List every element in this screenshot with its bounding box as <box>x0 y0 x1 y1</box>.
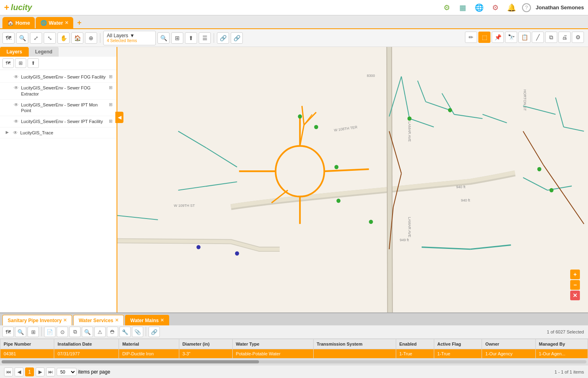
bottom-scrollbar[interactable] <box>0 359 588 365</box>
zoom-close-btn[interactable]: ✕ <box>570 291 580 300</box>
layers-icon-2[interactable]: ⊞ <box>15 58 26 68</box>
btab-water-mains-close[interactable]: ✕ <box>160 318 164 323</box>
config-btn[interactable]: ⚙ <box>572 32 584 43</box>
zoom-in-btn[interactable]: 🔍 <box>16 32 28 44</box>
search-btn[interactable]: 🔍 <box>157 32 170 44</box>
tab-legend[interactable]: Legend <box>29 47 59 57</box>
layer-grid-icon[interactable]: ⊞ <box>109 85 113 90</box>
page-first-btn[interactable]: ⏮ <box>4 367 13 376</box>
table-scroll-wrapper[interactable]: Pipe NumberInstallation DateMaterialDiam… <box>0 339 588 359</box>
btab-water-services-close[interactable]: ✕ <box>115 318 119 323</box>
bottom-panel: Sanitary Pipe Inventory ✕ Water Services… <box>0 312 588 378</box>
table-column-header[interactable]: Water Type <box>232 339 313 349</box>
tab-layers[interactable]: Layers <box>0 47 29 57</box>
layer-item[interactable]: 👁 LucityGIS_SewerEnv - Sewer FOG Extract… <box>0 83 117 100</box>
page-last-btn[interactable]: ⏭ <box>46 367 55 376</box>
select-btn[interactable]: ⬚ <box>478 32 490 43</box>
expand-btn[interactable]: ⤡ <box>44 32 56 44</box>
locate-btn[interactable]: ⊕ <box>85 32 97 44</box>
table-view-btn[interactable]: ⊞ <box>171 32 183 44</box>
overview-map-btn[interactable]: 🗺 <box>2 32 15 44</box>
layer-visibility-icon[interactable]: 👁 <box>14 74 19 80</box>
scrollbar-thumb <box>2 360 259 363</box>
grid-view-icon[interactable]: ▦ <box>457 2 469 13</box>
table-cell: 3-3" <box>179 349 232 359</box>
pin-btn[interactable]: 📌 <box>492 32 504 43</box>
table-cell <box>313 349 396 359</box>
home-extent-btn[interactable]: 🏠 <box>71 32 83 44</box>
report-btn[interactable]: 📋 <box>518 32 531 43</box>
table-column-header[interactable]: Owner <box>482 339 535 349</box>
bt-clip-btn[interactable]: 📎 <box>132 327 143 337</box>
page-current-btn[interactable]: 1 <box>25 367 34 376</box>
map-canvas[interactable]: W 108TH TER LAMAR AVE LAMAR AVE W 109TH … <box>117 47 588 312</box>
table-column-header[interactable]: Active Flag <box>434 339 482 349</box>
tabbar: 🏠 Home 🌐 Water ✕ + <box>0 15 588 29</box>
upload-btn[interactable]: ⬆ <box>185 32 197 44</box>
tab-add[interactable]: + <box>74 17 85 28</box>
bt-search-icon[interactable]: 🔍 <box>15 327 26 337</box>
tab-home[interactable]: 🏠 Home <box>2 17 35 28</box>
btab-water-mains[interactable]: Water Mains ✕ <box>125 315 169 325</box>
admin-icon[interactable]: ⚙ <box>490 2 501 13</box>
link2-btn[interactable]: 🔗 <box>231 32 243 44</box>
bt-node-btn[interactable]: ⊙ <box>57 327 68 337</box>
bt-helmet-btn[interactable]: ⛑ <box>107 327 118 337</box>
layer-item[interactable]: 👁 LucityGIS_SewerEnv - Sewer IPT Facilit… <box>0 116 117 127</box>
table-column-header[interactable]: Installation Date <box>54 339 119 349</box>
line-btn[interactable]: ╱ <box>532 32 544 43</box>
layer-item[interactable]: 👁 LucityGIS_SewerEnv - Sewer FOG Facilit… <box>0 72 117 83</box>
notifications-icon[interactable]: 🔔 <box>506 2 517 13</box>
layer-item[interactable]: 👁 LucityGIS_SewerEnv - Sewer IPT Mon Poi… <box>0 100 117 117</box>
binoculars-btn[interactable]: 🔭 <box>505 32 517 43</box>
layers-icon-1[interactable]: 🗺 <box>2 58 14 68</box>
layer-select-dropdown[interactable]: All Layers ▼ 4 Selected Items <box>103 31 156 45</box>
layer-grid-icon[interactable]: ⊞ <box>109 102 113 107</box>
copy-btn[interactable]: ⧉ <box>545 32 557 43</box>
btab-sanitary-close[interactable]: ✕ <box>63 318 67 323</box>
bt-filter-btn[interactable]: 🔍 <box>82 327 93 337</box>
table-row[interactable]: 0438107/31/1977DIP-Ductile Iron3-3"Potab… <box>0 349 588 359</box>
layers-icon-3[interactable]: ⬆ <box>28 58 39 68</box>
link-btn[interactable]: 🔗 <box>217 32 229 44</box>
btab-water-services[interactable]: Water Services ✕ <box>73 315 124 325</box>
table-column-header[interactable]: Transmission System <box>313 339 396 349</box>
help-icon[interactable]: ? <box>522 3 531 12</box>
pan-btn[interactable]: ✋ <box>57 32 70 44</box>
bt-warning-btn[interactable]: ⚠ <box>94 327 106 337</box>
settings-icon[interactable]: ⚙ <box>441 2 452 13</box>
layer-visibility-icon[interactable]: 👁 <box>14 119 19 124</box>
layer-item[interactable]: ▶ 👁 LucityGIS_Trace <box>0 127 117 138</box>
bt-new-btn[interactable]: 📄 <box>44 327 55 337</box>
btab-sanitary[interactable]: Sanitary Pipe Inventory ✕ <box>2 315 72 325</box>
page-prev-btn[interactable]: ◀ <box>15 367 23 376</box>
bt-copy-btn[interactable]: ⧉ <box>69 327 81 337</box>
map-layers-icon[interactable]: 🌐 <box>473 2 485 13</box>
layer-grid-icon[interactable]: ⊞ <box>109 74 113 79</box>
bt-wrench-btn[interactable]: 🔧 <box>119 327 131 337</box>
page-next-btn[interactable]: ▶ <box>36 367 45 376</box>
svg-point-39 <box>369 220 373 224</box>
bt-map-icon[interactable]: 🗺 <box>2 327 14 337</box>
bt-table-icon[interactable]: ⊞ <box>28 327 39 337</box>
layers-btn[interactable]: ☰ <box>199 32 211 44</box>
table-column-header[interactable]: Diameter (in) <box>179 339 232 349</box>
print-btn[interactable]: 🖨 <box>558 32 571 43</box>
layer-visibility-icon[interactable]: 👁 <box>14 102 19 108</box>
zoom-minus-btn[interactable]: − <box>570 280 580 290</box>
layer-visibility-icon[interactable]: 👁 <box>13 130 18 136</box>
collapse-btn[interactable]: ⤢ <box>30 32 42 44</box>
layers-collapse-btn[interactable]: ◀ <box>115 112 123 123</box>
table-column-header[interactable]: Enabled <box>396 339 434 349</box>
bt-link-btn[interactable]: 🔗 <box>149 327 160 337</box>
zoom-plus-btn[interactable]: + <box>570 270 580 279</box>
tab-water[interactable]: 🌐 Water ✕ <box>36 17 73 28</box>
table-column-header[interactable]: Managed By <box>535 339 588 349</box>
erase-btn[interactable]: ✏ <box>465 32 477 43</box>
layer-grid-icon[interactable]: ⊞ <box>109 119 113 124</box>
tab-water-close[interactable]: ✕ <box>65 20 68 25</box>
table-column-header[interactable]: Material <box>119 339 179 349</box>
table-column-header[interactable]: Pipe Number <box>0 339 54 349</box>
layer-visibility-icon[interactable]: 👁 <box>14 85 19 91</box>
per-page-select[interactable]: 50 25 100 <box>57 368 76 376</box>
